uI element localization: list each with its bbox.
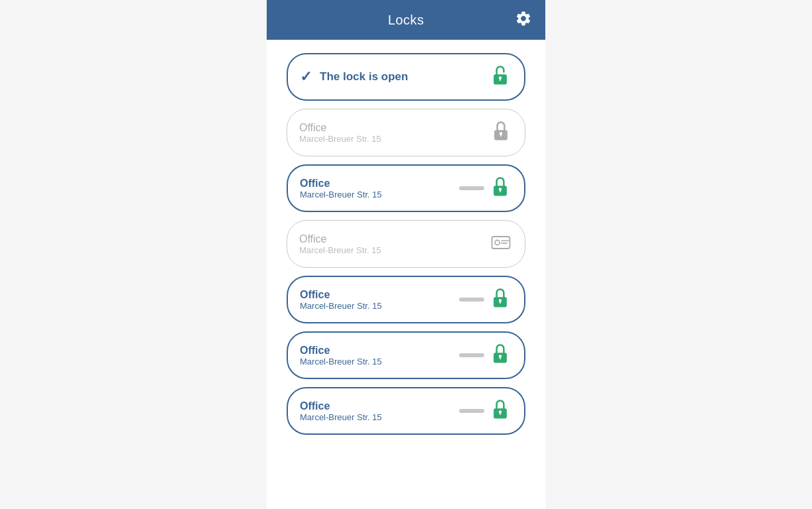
lock-item-right (489, 119, 513, 146)
lock-item-right (459, 342, 512, 368)
slider-bar (459, 186, 484, 190)
locks-list: ✓The lock is open OfficeMarcel-Breuer St… (267, 40, 545, 448)
lock-text-block: OfficeMarcel-Breuer Str. 15 (299, 122, 381, 144)
slider-bar (459, 298, 484, 302)
lock-address: Marcel-Breuer Str. 15 (300, 301, 382, 311)
lock-closed-icon (488, 286, 512, 313)
lock-address: Marcel-Breuer Str. 15 (300, 412, 382, 422)
lock-name: Office (300, 345, 382, 357)
svg-point-10 (495, 240, 500, 245)
lock-text-block: OfficeMarcel-Breuer Str. 15 (300, 400, 382, 422)
lock-item-1[interactable]: ✓The lock is open (287, 53, 525, 101)
lock-item-3[interactable]: OfficeMarcel-Breuer Str. 15 (287, 164, 525, 212)
header: Locks (267, 0, 545, 40)
lock-item-right (459, 398, 512, 424)
lock-text-block: OfficeMarcel-Breuer Str. 15 (300, 178, 382, 199)
lock-item-left: OfficeMarcel-Breuer Str. 15 (299, 233, 489, 255)
gear-icon (515, 10, 532, 27)
lock-open-icon (488, 64, 512, 90)
lock-item-left: OfficeMarcel-Breuer Str. 15 (300, 345, 459, 367)
lock-item-left: OfficeMarcel-Breuer Str. 15 (300, 400, 459, 422)
slider-bar (459, 409, 484, 413)
card-icon (489, 231, 513, 257)
lock-text-block: OfficeMarcel-Breuer Str. 15 (300, 289, 382, 311)
lock-closed-icon (488, 342, 512, 368)
svg-rect-2 (500, 79, 501, 82)
checkmark-icon: ✓ (300, 68, 312, 85)
lock-name: Office (299, 233, 381, 245)
lock-closed-icon (488, 175, 512, 201)
svg-rect-21 (500, 413, 501, 416)
lock-item-4[interactable]: OfficeMarcel-Breuer Str. 15 (287, 220, 525, 268)
lock-address: Marcel-Breuer Str. 15 (299, 134, 381, 144)
lock-text-block: The lock is open (320, 70, 408, 84)
lock-item-right (459, 286, 512, 313)
lock-item-right (488, 64, 512, 90)
lock-text-block: OfficeMarcel-Breuer Str. 15 (300, 345, 382, 367)
lock-item-right (459, 175, 512, 201)
header-title: Locks (388, 13, 425, 28)
lock-closed-icon (488, 398, 512, 424)
settings-button[interactable] (515, 10, 532, 30)
lock-address: Marcel-Breuer Str. 15 (300, 357, 382, 367)
lock-item-7[interactable]: OfficeMarcel-Breuer Str. 15 (287, 387, 525, 435)
app-container: Locks ✓The lock is open OfficeMarcel-Bre… (267, 0, 545, 509)
lock-address: Marcel-Breuer Str. 15 (299, 245, 381, 255)
slider-bar (459, 353, 484, 357)
lock-name: Office (300, 289, 382, 301)
lock-name: The lock is open (320, 70, 408, 84)
lock-text-block: OfficeMarcel-Breuer Str. 15 (299, 233, 381, 255)
lock-name: Office (300, 178, 382, 190)
svg-rect-8 (500, 190, 501, 193)
svg-rect-5 (500, 135, 502, 137)
lock-closed-gray-icon (489, 119, 513, 146)
lock-item-right (489, 231, 513, 257)
lock-item-5[interactable]: OfficeMarcel-Breuer Str. 15 (287, 276, 525, 323)
lock-item-left: OfficeMarcel-Breuer Str. 15 (299, 122, 489, 144)
lock-item-left: OfficeMarcel-Breuer Str. 15 (300, 178, 459, 199)
svg-rect-18 (500, 357, 501, 360)
lock-item-left: OfficeMarcel-Breuer Str. 15 (300, 289, 459, 311)
lock-address: Marcel-Breuer Str. 15 (300, 190, 382, 199)
lock-item-2[interactable]: OfficeMarcel-Breuer Str. 15 (287, 109, 525, 156)
lock-item-left: ✓The lock is open (300, 68, 488, 85)
svg-rect-15 (500, 302, 501, 304)
lock-name: Office (300, 400, 382, 412)
lock-item-6[interactable]: OfficeMarcel-Breuer Str. 15 (287, 331, 525, 379)
lock-name: Office (299, 122, 381, 134)
